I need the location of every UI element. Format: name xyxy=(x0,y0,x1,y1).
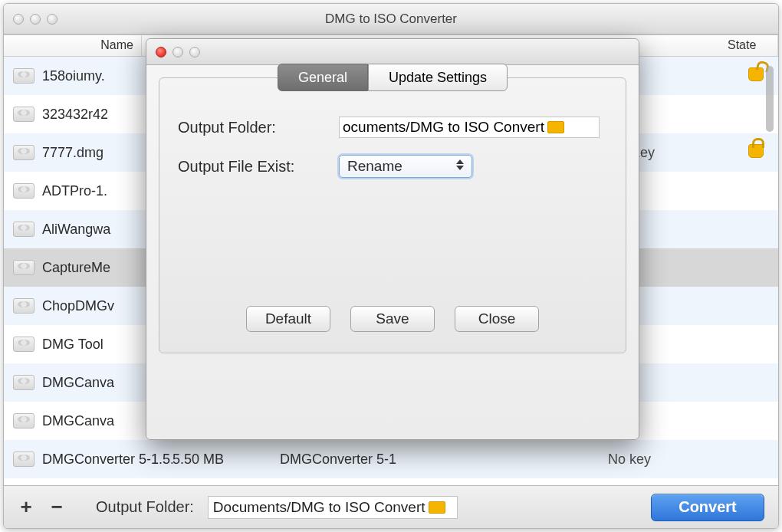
output-folder-path[interactable]: ocuments/DMG to ISO Convert xyxy=(339,117,600,138)
dmg-icon xyxy=(13,68,34,84)
output-exist-select[interactable]: Rename xyxy=(339,155,472,178)
dmg-icon xyxy=(13,413,34,429)
default-button[interactable]: Default xyxy=(246,306,330,332)
key-status: No key xyxy=(608,452,738,468)
modal-zoom-icon[interactable] xyxy=(189,47,200,57)
dmg-icon xyxy=(13,107,34,122)
dmg-icon xyxy=(13,298,34,314)
stepper-icon xyxy=(456,159,465,170)
folder-icon[interactable] xyxy=(547,121,564,133)
tab-update-settings[interactable]: Update Settings xyxy=(368,64,508,91)
close-button[interactable]: Close xyxy=(455,306,539,332)
output-folder-label: Output Folder: xyxy=(96,498,194,516)
output-folder-value: Documents/DMG to ISO Convert xyxy=(213,499,426,516)
dmg-icon xyxy=(13,452,34,467)
bottom-toolbar: + − Output Folder: Documents/DMG to ISO … xyxy=(4,485,778,528)
lock-icon xyxy=(748,67,764,81)
convert-button[interactable]: Convert xyxy=(651,494,764,521)
output-exist-value: Rename xyxy=(347,158,402,175)
output-folder-path-value: ocuments/DMG to ISO Convert xyxy=(343,119,544,136)
modal-minimize-icon[interactable] xyxy=(172,47,183,57)
dmg-icon xyxy=(13,145,34,160)
modal-actions: Default Save Close xyxy=(159,306,626,332)
main-titlebar[interactable]: DMG to ISO Converter xyxy=(4,4,778,34)
lock-icon xyxy=(748,144,764,158)
modal-titlebar[interactable] xyxy=(146,39,639,65)
table-row[interactable]: DMGConverter 5-1.5....5.50 MBDMGConverte… xyxy=(4,440,778,478)
save-button[interactable]: Save xyxy=(350,306,435,332)
file-size: 5.50 MB xyxy=(172,452,280,468)
app-title: DMG to ISO Converter xyxy=(4,11,778,27)
dmg-icon xyxy=(13,222,34,237)
file-title: DMGConverter 5-1 xyxy=(280,452,608,468)
dmg-icon xyxy=(13,337,34,352)
dmg-icon xyxy=(13,260,34,275)
output-folder-label-modal: Output Folder: xyxy=(178,119,324,136)
add-button[interactable]: + xyxy=(18,495,34,519)
col-state[interactable]: State xyxy=(720,35,778,56)
lock-cell xyxy=(738,144,774,162)
dmg-icon xyxy=(13,183,34,199)
col-name[interactable]: Name xyxy=(4,35,142,56)
modal-close-icon[interactable] xyxy=(156,47,166,57)
file-name: DMGConverter 5-1.5.... xyxy=(42,452,172,468)
output-exist-label: Output File Exist: xyxy=(178,158,324,176)
dmg-icon xyxy=(13,375,34,390)
modal-traffic-lights xyxy=(146,47,200,57)
scrollbar-thumb[interactable] xyxy=(766,66,774,132)
folder-icon xyxy=(429,501,445,514)
output-folder-field[interactable]: Documents/DMG to ISO Convert xyxy=(208,496,458,519)
tab-general[interactable]: General xyxy=(278,64,368,91)
settings-modal: General Update Settings Output Folder: o… xyxy=(146,38,639,440)
remove-button[interactable]: − xyxy=(48,495,65,519)
